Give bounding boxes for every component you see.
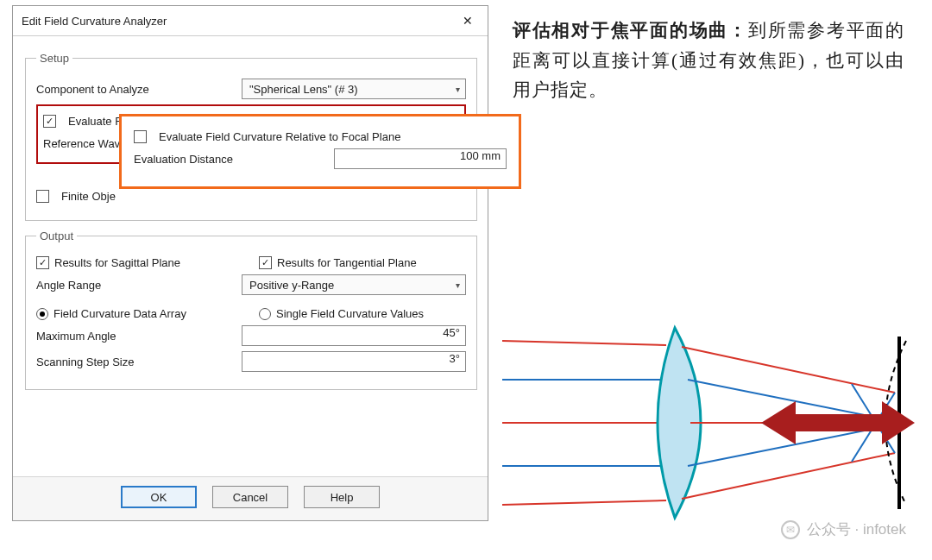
watermark-text: 公众号 · infotek bbox=[807, 519, 906, 539]
step-size-value: 3° bbox=[450, 352, 460, 365]
close-icon[interactable]: ✕ bbox=[455, 11, 481, 30]
radio-row: Field Curvature Data Array Single Field … bbox=[36, 307, 466, 320]
overlay-orange-box: ✓ Evaluate Field Curvature Relative to F… bbox=[119, 114, 521, 189]
annotation-heading: 评估相对于焦平面的场曲： bbox=[513, 20, 748, 41]
cancel-button[interactable]: Cancel bbox=[212, 486, 288, 508]
radio-single-label: Single Field Curvature Values bbox=[276, 307, 424, 320]
help-button[interactable]: Help bbox=[304, 486, 380, 508]
lens-ray-diagram bbox=[502, 293, 925, 552]
watermark: ✉ 公众号 · infotek bbox=[781, 519, 906, 539]
chevron-down-icon: ▾ bbox=[456, 85, 460, 94]
angle-range-combobox[interactable]: Positive y-Range ▾ bbox=[242, 274, 466, 295]
angle-range-value: Positive y-Range bbox=[249, 279, 334, 292]
overlay-eval-checkbox[interactable]: ✓ bbox=[134, 130, 147, 143]
overlay-distance-value: 100 mm bbox=[460, 149, 501, 162]
results-row: ✓ Results for Sagittal Plane ✓ Results f… bbox=[36, 256, 466, 269]
annotation-text: 评估相对于焦平面的场曲：到所需参考平面的距离可以直接计算(通过有效焦距)，也可以… bbox=[513, 16, 904, 105]
component-value: "Spherical Lens" (# 3) bbox=[249, 83, 358, 96]
radio-array[interactable] bbox=[36, 308, 48, 320]
finite-object-label: Finite Obje bbox=[61, 190, 116, 203]
finite-object-row: ✓ Finite Obje bbox=[36, 190, 466, 203]
output-group: Output ✓ Results for Sagittal Plane ✓ Re… bbox=[25, 230, 477, 390]
angle-range-label: Angle Range bbox=[36, 279, 235, 292]
dialog-body: Setup Component to Analyze "Spherical Le… bbox=[13, 36, 488, 476]
component-label: Component to Analyze bbox=[36, 83, 235, 96]
results-tangential-option: ✓ Results for Tangential Plane bbox=[259, 256, 417, 269]
svg-line-9 bbox=[682, 453, 895, 499]
overlay-distance-input[interactable]: 100 mm bbox=[334, 148, 507, 169]
radio-array-option[interactable]: Field Curvature Data Array bbox=[36, 307, 252, 320]
field-curvature-dialog: Edit Field Curvature Analyzer ✕ Setup Co… bbox=[12, 5, 488, 521]
svg-line-4 bbox=[502, 500, 666, 505]
chevron-down-icon: ▾ bbox=[456, 280, 460, 290]
angle-range-row: Angle Range Positive y-Range ▾ bbox=[36, 274, 466, 295]
max-angle-input[interactable]: 45° bbox=[242, 325, 466, 346]
svg-line-5 bbox=[682, 347, 895, 393]
overlay-eval-row: ✓ Evaluate Field Curvature Relative to F… bbox=[134, 130, 507, 143]
output-legend: Output bbox=[36, 230, 77, 242]
results-sagittal-label: Results for Sagittal Plane bbox=[54, 256, 180, 269]
dialog-buttons: OK Cancel Help bbox=[13, 476, 488, 520]
svg-line-0 bbox=[502, 341, 666, 345]
radio-array-label: Field Curvature Data Array bbox=[54, 307, 186, 320]
results-sagittal-option: ✓ Results for Sagittal Plane bbox=[36, 256, 252, 269]
step-size-label: Scanning Step Size bbox=[36, 356, 235, 368]
overlay-distance-row: Evaluation Distance 100 mm bbox=[134, 148, 507, 169]
results-tangential-label: Results for Tangential Plane bbox=[277, 256, 417, 269]
step-size-row: Scanning Step Size 3° bbox=[36, 351, 466, 372]
eval-relative-checkbox[interactable]: ✓ bbox=[43, 115, 56, 128]
overlay-distance-label: Evaluation Distance bbox=[134, 153, 327, 166]
step-size-input[interactable]: 3° bbox=[242, 351, 466, 372]
setup-legend: Setup bbox=[36, 52, 72, 65]
component-combobox[interactable]: "Spherical Lens" (# 3) ▾ bbox=[242, 79, 466, 99]
dialog-title: Edit Field Curvature Analyzer bbox=[22, 15, 167, 28]
results-tangential-checkbox[interactable]: ✓ bbox=[259, 256, 272, 269]
svg-marker-13 bbox=[761, 401, 915, 444]
overlay-eval-label: Evaluate Field Curvature Relative to Foc… bbox=[159, 130, 400, 143]
max-angle-label: Maximum Angle bbox=[36, 330, 235, 343]
radio-single[interactable] bbox=[259, 308, 271, 320]
titlebar[interactable]: Edit Field Curvature Analyzer ✕ bbox=[13, 6, 488, 36]
max-angle-row: Maximum Angle 45° bbox=[36, 325, 466, 346]
finite-object-checkbox[interactable]: ✓ bbox=[36, 190, 49, 203]
component-row: Component to Analyze "Spherical Lens" (#… bbox=[36, 79, 466, 99]
wechat-icon: ✉ bbox=[781, 520, 800, 539]
radio-single-option[interactable]: Single Field Curvature Values bbox=[259, 307, 424, 320]
ok-button[interactable]: OK bbox=[121, 486, 197, 508]
max-angle-value: 45° bbox=[443, 326, 460, 339]
results-sagittal-checkbox[interactable]: ✓ bbox=[36, 256, 49, 269]
